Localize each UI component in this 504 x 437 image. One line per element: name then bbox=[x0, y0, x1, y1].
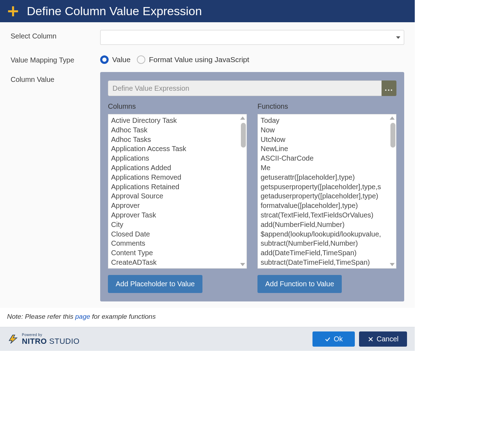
check-icon bbox=[324, 336, 331, 342]
add-function-button[interactable]: Add Function to Value bbox=[257, 275, 342, 293]
expression-more-button[interactable]: ... bbox=[382, 80, 396, 96]
add-placeholder-button[interactable]: Add Placeholder to Value bbox=[108, 275, 202, 293]
radio-format-js[interactable] bbox=[137, 55, 145, 64]
list-item[interactable]: Applications bbox=[111, 154, 244, 163]
list-item[interactable]: add(NumberField,Number) bbox=[261, 220, 393, 229]
list-item[interactable]: Approver Task bbox=[111, 210, 244, 220]
list-item[interactable]: Now bbox=[261, 125, 393, 135]
list-item[interactable]: strcat(TextField,TextFieldsOrValues) bbox=[261, 210, 393, 220]
list-item[interactable]: City bbox=[111, 220, 244, 229]
column-value-label: Column Value bbox=[11, 73, 100, 301]
brand-logo: Powered by NITRO STUDIO bbox=[8, 333, 80, 345]
columns-listbox[interactable]: Active Directory TaskAdhoc TaskAdhoc Tas… bbox=[108, 114, 247, 269]
brand-name: NITRO STUDIO bbox=[22, 337, 80, 345]
list-item[interactable]: Me bbox=[261, 163, 393, 173]
list-item[interactable]: UtcNow bbox=[261, 135, 393, 144]
close-icon bbox=[368, 336, 374, 342]
select-column-label: Select Column bbox=[11, 30, 100, 40]
list-item[interactable]: Applications Removed bbox=[111, 173, 244, 182]
scrollbar-thumb[interactable] bbox=[390, 123, 395, 148]
value-mapping-type-label: Value Mapping Type bbox=[11, 54, 100, 64]
svg-rect-1 bbox=[8, 10, 18, 12]
list-item[interactable]: NewLine bbox=[261, 144, 393, 154]
list-item[interactable]: CreateADTask bbox=[111, 258, 244, 267]
ok-button[interactable]: Ok bbox=[312, 331, 355, 347]
plus-icon bbox=[7, 5, 19, 17]
list-item[interactable]: add(DateTimeField,TimeSpan) bbox=[261, 248, 393, 258]
list-item[interactable]: getuserattr([placeholder],type) bbox=[261, 173, 393, 182]
select-column-dropdown[interactable] bbox=[100, 30, 404, 45]
list-item[interactable]: addmonths(DateTimeField,Number) bbox=[261, 267, 393, 269]
nitro-logo-icon bbox=[8, 334, 19, 344]
column-value-panel: Define Value Expression ... Columns bbox=[100, 72, 404, 301]
list-item[interactable]: getaduserproperty([placeholder],type) bbox=[261, 191, 393, 201]
functions-list-title: Functions bbox=[257, 102, 396, 110]
list-item[interactable]: Adhoc Task bbox=[111, 125, 244, 135]
dialog-title: Define Column Value Expression bbox=[27, 4, 202, 18]
radio-value[interactable] bbox=[100, 55, 109, 64]
define-value-expression-input[interactable]: Define Value Expression bbox=[108, 80, 382, 96]
dialog-header: Define Column Value Expression bbox=[0, 0, 415, 22]
note-link[interactable]: page bbox=[75, 313, 90, 320]
functions-listbox[interactable]: TodayNowUtcNowNewLineASCII-CharCodeMeget… bbox=[257, 114, 396, 269]
chevron-down-icon bbox=[396, 36, 400, 39]
list-item[interactable]: subtract(DateTimeField,TimeSpan) bbox=[261, 258, 393, 267]
radio-format-js-label: Format Value using JavaScript bbox=[149, 55, 249, 64]
list-item[interactable]: Applications Added bbox=[111, 163, 244, 173]
list-item[interactable]: Closed Date bbox=[111, 229, 244, 239]
cancel-button[interactable]: Cancel bbox=[359, 331, 407, 347]
list-item[interactable]: ASCII-CharCode bbox=[261, 154, 393, 163]
list-item[interactable]: Approval Source bbox=[111, 191, 244, 201]
scroll-up-icon[interactable] bbox=[240, 116, 245, 120]
list-item[interactable]: formatvalue([placeholder],type) bbox=[261, 201, 393, 210]
list-item[interactable]: Created bbox=[111, 267, 244, 269]
note-text: Note: Please refer this page for example… bbox=[0, 308, 415, 327]
list-item[interactable]: Adhoc Tasks bbox=[111, 135, 244, 144]
list-item[interactable]: Comments bbox=[111, 239, 244, 248]
columns-list-title: Columns bbox=[108, 102, 247, 110]
list-item[interactable]: $append(lookup/lookupid/lookupvalue, bbox=[261, 229, 393, 239]
list-item[interactable]: Active Directory Task bbox=[111, 116, 244, 125]
list-item[interactable]: Content Type bbox=[111, 248, 244, 258]
scroll-down-icon[interactable] bbox=[390, 263, 395, 266]
list-item[interactable]: getspuserproperty([placeholder],type,s bbox=[261, 182, 393, 192]
list-item[interactable]: subtract(NumberField,Number) bbox=[261, 239, 393, 248]
radio-value-label: Value bbox=[112, 55, 130, 64]
svg-marker-2 bbox=[9, 335, 17, 343]
powered-by-text: Powered by bbox=[22, 333, 80, 337]
list-item[interactable]: Approver bbox=[111, 201, 244, 210]
list-item[interactable]: Application Access Task bbox=[111, 144, 244, 154]
define-value-expression-placeholder: Define Value Expression bbox=[113, 84, 189, 92]
list-item[interactable]: Today bbox=[261, 116, 393, 125]
dialog-footer: Powered by NITRO STUDIO Ok Cancel bbox=[0, 327, 415, 351]
scroll-up-icon[interactable] bbox=[390, 116, 395, 120]
list-item[interactable]: Applications Retained bbox=[111, 182, 244, 192]
scrollbar-thumb[interactable] bbox=[241, 123, 246, 148]
scroll-down-icon[interactable] bbox=[240, 263, 245, 266]
